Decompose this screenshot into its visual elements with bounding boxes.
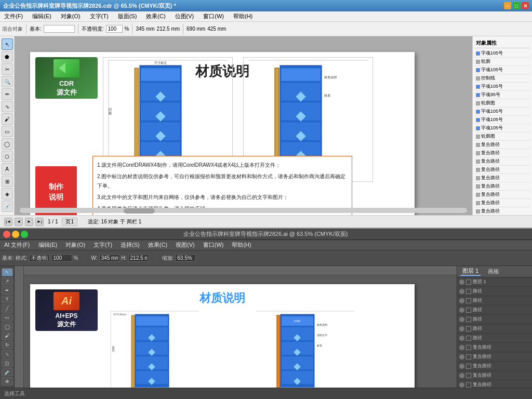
panel-item-color-1 <box>476 60 480 64</box>
cdr-menu-help[interactable]: 帮助(H) <box>231 12 255 20</box>
ai-layers-tab[interactable]: 图层 1 <box>460 267 481 276</box>
cdr-page-first[interactable]: |◄ <box>4 218 12 226</box>
ai-layer-name-7: 复合路径 <box>473 344 491 351</box>
ai-layer-item-10[interactable]: 复合路径 <box>457 371 532 380</box>
ai-menu-window[interactable]: 窗口(W) <box>201 241 226 249</box>
cdr-rect-tool[interactable]: ▭ <box>2 126 13 137</box>
cdr-scrollbar-h[interactable] <box>20 208 467 213</box>
cdr-bezier-tool[interactable]: ∿ <box>2 101 13 112</box>
ai-layer-item-4[interactable]: 路径 <box>457 315 532 324</box>
ai-width-input[interactable] <box>99 254 120 262</box>
cdr-page-last[interactable]: ►| <box>35 218 44 226</box>
cdr-panel-item-5: 字魂95号 <box>475 91 530 99</box>
ai-zoom-input[interactable] <box>175 254 196 262</box>
cdr-table-tool[interactable]: ⊞ <box>2 176 13 187</box>
cdr-menu-window[interactable]: 窗口(W) <box>201 12 226 20</box>
ai-rect-tool[interactable]: ▭ <box>2 314 13 322</box>
cdr-art-tool[interactable]: 🖌 <box>2 113 13 125</box>
cdr-page-next[interactable]: ► <box>25 218 33 226</box>
cdr-minimize-button[interactable]: ─ <box>504 2 511 9</box>
ai-menu-select[interactable]: 选择(S) <box>118 241 142 249</box>
ai-statusbar: 选择工具 <box>0 388 532 399</box>
ai-zoom-tool-btn[interactable]: ⊕ <box>2 377 13 385</box>
ai-logo-badge: Ai AI+EPS 源文件 <box>35 289 98 331</box>
ai-layer-item-7[interactable]: 复合路径 <box>457 343 532 352</box>
cdr-menu-bitmap[interactable]: 位图(V) <box>173 12 196 20</box>
ai-scale-tool[interactable]: ⤡ <box>2 350 13 358</box>
cdr-close-button[interactable]: ✕ <box>522 2 529 9</box>
cdr-maximize-button[interactable]: □ <box>513 2 520 9</box>
ai-menu-help[interactable]: 帮助(H) <box>230 241 253 249</box>
ai-brush-tool[interactable]: 🖌 <box>2 332 13 340</box>
cdr-fill-tool[interactable]: ◈ <box>2 188 13 200</box>
cdr-eyedrop-tool[interactable]: 💉 <box>2 201 13 212</box>
ai-pen-tool[interactable]: ✒ <box>2 286 13 295</box>
ai-gradient-tool[interactable]: ◫ <box>2 359 13 367</box>
ai-minimize-button[interactable] <box>12 231 19 238</box>
cdr-polygon-tool[interactable]: ⬡ <box>2 151 13 162</box>
panel-item-label-17: 复合路径 <box>481 191 500 198</box>
cdr-page-tab[interactable]: 页1 <box>62 218 77 226</box>
cdr-menu-file[interactable]: 文件(F) <box>2 12 25 20</box>
cdr-menu-object[interactable]: 对象(O) <box>59 12 83 20</box>
cdr-panel-item-12: 复合路径 <box>475 149 530 157</box>
ai-layer-item-3[interactable]: 路径 <box>457 305 532 315</box>
ai-badge-label: AI+EPS 源文件 <box>55 312 77 328</box>
ai-direct-select-tool[interactable]: ↗ <box>2 277 13 286</box>
ai-rotate-tool[interactable]: ↻ <box>2 341 13 349</box>
cdr-panel-item-9: 字魂105号 <box>475 124 530 132</box>
cdr-menu-text[interactable]: 文字(T) <box>88 12 111 20</box>
cdr-freehand-tool[interactable]: ✏ <box>2 88 13 100</box>
ai-opacity-label[interactable] <box>29 254 50 262</box>
ai-layer-item-6[interactable]: 路径 <box>457 334 532 343</box>
ai-layer-item-9[interactable]: 复合路径 <box>457 362 532 371</box>
cdr-menu-edit[interactable]: 编辑(E) <box>30 12 54 20</box>
ai-close-button[interactable] <box>3 231 10 238</box>
panel-item-label-4: 字魂105号 <box>481 83 503 90</box>
svg-rect-4 <box>141 68 180 81</box>
ai-eyedrop-tool[interactable]: 💉 <box>2 368 13 377</box>
ai-ellipse-tool[interactable]: ◯ <box>2 323 13 331</box>
cdr-title: 企业公告指示牌科室牌导视指示牌2826.cdr @ 65.5% (CMYK/双页… <box>3 2 176 10</box>
cdr-text-tool[interactable]: A <box>2 163 13 175</box>
ai-menu-view[interactable]: 视图(V) <box>174 241 197 249</box>
ai-artboards-tab[interactable]: 画板 <box>486 268 501 275</box>
ai-select-tool[interactable]: ↖ <box>2 268 13 276</box>
cdr-menu-effects[interactable]: 效果(C) <box>144 12 167 20</box>
cdr-panel-item-15: 复合路径 <box>475 174 530 182</box>
ai-maximize-button[interactable] <box>21 231 28 238</box>
ai-window-controls <box>3 231 28 238</box>
ai-layer-item-1[interactable]: 路径 <box>457 287 532 296</box>
ai-line-tool[interactable]: ╱ <box>2 304 13 313</box>
ai-menu-edit[interactable]: 编辑(E) <box>36 241 60 249</box>
cdr-window-controls: ─ □ ✕ <box>504 2 529 9</box>
ai-layer-item-11[interactable]: 复合路径 <box>457 380 532 388</box>
ai-layer-item-8[interactable]: 复合路径 <box>457 352 532 362</box>
panel-item-label-19: 复合路径 <box>481 208 500 215</box>
cdr-crop-tool[interactable]: ✂ <box>2 63 13 75</box>
panel-item-label-13: 复合路径 <box>481 158 500 165</box>
ai-opacity-input[interactable] <box>51 254 72 262</box>
ai-height-input[interactable] <box>128 254 149 262</box>
cdr-zoom-tool[interactable]: 🔍 <box>2 76 13 87</box>
ai-layer-item-0[interactable]: 图层 1 <box>457 277 532 287</box>
panel-item-label-6: 轮廓图 <box>481 100 495 107</box>
ai-layer-name-1: 路径 <box>473 288 482 295</box>
cdr-opacity-input[interactable] <box>106 25 123 33</box>
ai-menu-effects[interactable]: 效果(C) <box>146 241 169 249</box>
svg-text:材质说明: 材质说明 <box>316 323 327 326</box>
cdr-page-prev[interactable]: ◄ <box>15 218 23 226</box>
panel-item-color-2 <box>476 68 480 72</box>
ai-layer-item-2[interactable]: 路径 <box>457 296 532 305</box>
ai-menu-file[interactable]: AI 文件(F) <box>2 241 32 249</box>
ai-menu-text[interactable]: 文字(T) <box>91 241 114 249</box>
cdr-style-input[interactable] <box>44 25 75 33</box>
ai-type-tool[interactable]: T <box>2 296 13 304</box>
cdr-ellipse-tool[interactable]: ◯ <box>2 138 13 150</box>
ai-layer-item-5[interactable]: 路径 <box>457 324 532 334</box>
cdr-shape-tool[interactable]: ⬟ <box>2 51 13 62</box>
ai-menu-object[interactable]: 对象(O) <box>63 241 87 249</box>
cdr-menu-layout[interactable]: 版面(S) <box>116 12 139 20</box>
svg-text:材质: 材质 <box>316 344 322 347</box>
cdr-select-tool[interactable]: ↖ <box>2 38 13 50</box>
